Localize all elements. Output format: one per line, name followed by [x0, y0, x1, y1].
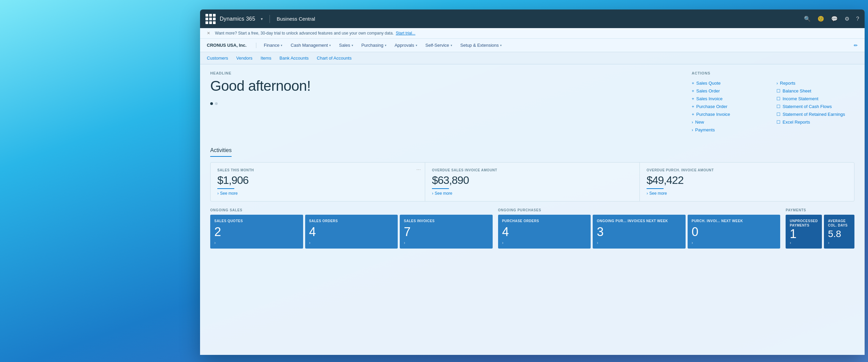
tile-sales-orders[interactable]: SALES ORDERS 4 › [305, 215, 398, 249]
tile-sales-invoices[interactable]: SALES INVOICES 7 › [400, 215, 493, 249]
kpi-underline-2 [432, 188, 449, 189]
finance-chevron: ▾ [281, 44, 282, 47]
tile-label-up: UNPROCESSED PAYMENTS [790, 219, 818, 228]
action-cash-flows[interactable]: ☐ Statement of Cash Flows [776, 103, 854, 110]
cash-management-chevron: ▾ [329, 44, 331, 47]
quick-link-chart-accounts[interactable]: Chart of Accounts [317, 56, 352, 61]
tile-label-sq: SALES QUOTES [214, 219, 299, 223]
quick-link-customers[interactable]: Customers [207, 56, 228, 61]
headline-left: HEADLINE Good afternoon! [210, 71, 678, 134]
tile-value-po: 4 [502, 226, 587, 238]
doc-icon-cf: ☐ [776, 104, 781, 109]
quick-link-bank-accounts[interactable]: Bank Accounts [279, 56, 309, 61]
tile-purch-invoices-next-week[interactable]: PURCH. INVOI... NEXT WEEK 0 › [688, 215, 781, 249]
dot-1[interactable] [210, 102, 213, 105]
tile-avg-col-days[interactable]: AVERAGE COL. DAYS 5.8 › [824, 215, 854, 249]
main-window: Dynamics 365 ▾ Business Central 🔍 🙂 💬 ⚙ … [200, 9, 865, 355]
action-reports[interactable]: › Reports [776, 79, 854, 87]
quick-link-vendors[interactable]: Vendors [236, 56, 253, 61]
kpi-label-1: SALES THIS MONTH [217, 168, 418, 172]
kpi-value-2: $63,890 [432, 174, 633, 186]
kpi-underline-1 [217, 188, 234, 189]
search-icon[interactable]: 🔍 [804, 16, 811, 22]
kpi-label-2: OVERDUE SALES INVOICE AMOUNT [432, 168, 633, 172]
dot-2[interactable] [215, 102, 218, 105]
actions-left-col: + Sales Quote + Sales Order + Sales Invo… [692, 79, 770, 134]
tile-value-so: 4 [309, 226, 394, 238]
arrow-icon-new: › [692, 120, 693, 125]
tile-sales-quotes[interactable]: SALES QUOTES 2 › [210, 215, 303, 249]
tile-arrow-up: › [790, 240, 791, 245]
nav-item-finance[interactable]: Finance ▾ [260, 41, 286, 49]
tile-arrow-so: › [309, 240, 311, 245]
ongoing-sales-tiles: SALES QUOTES 2 › SALES ORDERS 4 › SALES … [210, 215, 493, 249]
tile-unprocessed-payments[interactable]: UNPROCESSED PAYMENTS 1 › [786, 215, 822, 249]
approvals-chevron: ▾ [416, 44, 417, 47]
nav-item-setup-extensions[interactable]: Setup & Extensions ▾ [457, 41, 505, 49]
nav-item-approvals[interactable]: Approvals ▾ [391, 41, 421, 49]
plus-icon-4: + [692, 104, 694, 109]
action-balance-sheet[interactable]: ☐ Balance Sheet [776, 87, 854, 95]
quick-link-items[interactable]: Items [261, 56, 272, 61]
titlebar-right-icons: 🔍 🙂 💬 ⚙ ? [804, 16, 859, 22]
tile-value-opi: 3 [597, 226, 682, 238]
tile-ongoing-purch-invoices[interactable]: ONGOING PUR... INVOICES NEXT WEEK 3 › [593, 215, 686, 249]
action-purchase-invoice[interactable]: + Purchase Invoice [692, 110, 770, 118]
actions-section: ACTIONS + Sales Quote + Sales Order [692, 71, 854, 134]
action-new[interactable]: › New [692, 118, 770, 126]
tile-purchase-orders[interactable]: PURCHASE ORDERS 4 › [498, 215, 591, 249]
nav-item-self-service[interactable]: Self-Service ▾ [422, 41, 456, 49]
tile-label-opi: ONGOING PUR... INVOICES NEXT WEEK [597, 219, 682, 223]
app-name-chevron[interactable]: ▾ [261, 17, 263, 21]
tile-value-pinw: 0 [692, 226, 776, 238]
arrow-icon-payments: › [692, 127, 693, 132]
nav-item-sales[interactable]: Sales ▾ [336, 41, 357, 49]
plus-icon-3: + [692, 96, 694, 101]
smiley-icon[interactable]: 🙂 [817, 16, 824, 22]
self-service-chevron: ▾ [451, 44, 452, 47]
kpi-dots-menu-1[interactable]: ··· [416, 167, 421, 173]
action-payments[interactable]: › Payments [692, 126, 770, 134]
trial-start-link[interactable]: Start trial... [396, 31, 415, 36]
action-sales-quote[interactable]: + Sales Quote [692, 79, 770, 87]
nav-item-cash-management[interactable]: Cash Management ▾ [287, 41, 334, 49]
trial-close-button[interactable]: ✕ [207, 31, 210, 36]
ongoing-purchases-tiles: PURCHASE ORDERS 4 › ONGOING PUR... INVOI… [498, 215, 781, 249]
nav-item-purchasing[interactable]: Purchasing ▾ [358, 41, 390, 49]
see-more-1[interactable]: › See more [217, 191, 418, 196]
chat-icon[interactable]: 💬 [831, 16, 838, 22]
plus-icon-5: + [692, 112, 694, 117]
tile-label-po: PURCHASE ORDERS [502, 219, 587, 223]
action-excel-reports[interactable]: ☐ Excel Reports [776, 118, 854, 126]
company-name[interactable]: CRONUS USA, Inc. [207, 43, 246, 48]
edit-pencil-icon[interactable]: ✏ [854, 43, 858, 48]
activities-title: Activities [210, 147, 232, 157]
ongoing-purchases-group: ONGOING PURCHASES PURCHASE ORDERS 4 › ON… [498, 208, 781, 249]
kpi-sales-month: ··· SALES THIS MONTH $1,906 › See more [211, 163, 425, 201]
action-sales-order[interactable]: + Sales Order [692, 87, 770, 95]
settings-icon[interactable]: ⚙ [845, 16, 849, 22]
see-more-arrow-1: › [217, 191, 219, 196]
ongoing-sales-group: ONGOING SALES SALES QUOTES 2 › SALES ORD… [210, 208, 493, 249]
app-name[interactable]: Dynamics 365 [220, 16, 255, 22]
action-retained-earnings[interactable]: ☐ Statement of Retained Earnings [776, 110, 854, 118]
tile-value-si: 7 [404, 226, 489, 238]
action-purchase-order[interactable]: + Purchase Order [692, 103, 770, 110]
actions-label: ACTIONS [692, 71, 854, 75]
see-more-arrow-3: › [647, 191, 648, 196]
action-income-statement[interactable]: ☐ Income Statement [776, 95, 854, 103]
see-more-arrow-2: › [432, 191, 433, 196]
action-sales-invoice[interactable]: + Sales Invoice [692, 95, 770, 103]
actions-right-col: › Reports ☐ Balance Sheet ☐ Income State… [776, 79, 854, 134]
see-more-2[interactable]: › See more [432, 191, 633, 196]
doc-icon-er: ☐ [776, 120, 781, 125]
kpi-overdue-purch: OVERDUE PURCH. INVOICE AMOUNT $49,422 › … [640, 163, 854, 201]
tiles-section: ONGOING SALES SALES QUOTES 2 › SALES ORD… [210, 208, 854, 249]
help-icon[interactable]: ? [856, 16, 859, 22]
waffle-icon[interactable] [205, 14, 216, 24]
headline-dots [210, 102, 678, 105]
see-more-3[interactable]: › See more [647, 191, 847, 196]
product-name: Business Central [277, 16, 315, 22]
titlebar-separator [270, 15, 270, 23]
doc-icon-is: ☐ [776, 96, 781, 101]
